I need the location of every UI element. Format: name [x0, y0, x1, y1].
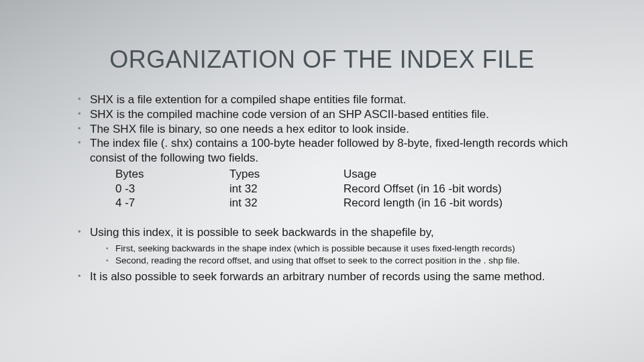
table-header-cell: Types: [229, 167, 343, 182]
list-item: It is also possible to seek forwards an …: [90, 269, 590, 284]
bullet-text: SHX is a file extention for a compiled s…: [90, 93, 407, 106]
table-header-row: Bytes Types Usage: [115, 167, 590, 182]
bullet-text: SHX is the compiled machine code version…: [90, 108, 489, 121]
table-cell: Record Offset (in 16 -bit words): [343, 182, 590, 196]
table-header-cell: Bytes: [115, 167, 229, 182]
spacer: [54, 210, 590, 225]
sub-bullet-text: First, seeking backwards in the shape in…: [115, 243, 515, 253]
field-table: Bytes Types Usage 0 -3 int 32 Record Off…: [115, 167, 590, 210]
slide-title: ORGANIZATION OF THE INDEX FILE: [54, 46, 590, 74]
table-cell: int 32: [229, 196, 343, 210]
bullet-list: SHX is a file extention for a compiled s…: [54, 93, 590, 210]
bullet-text: Using this index, it is possible to seek…: [90, 226, 434, 239]
bullet-text: The SHX file is binary, so one needs a h…: [90, 123, 409, 135]
table-row: 4 -7 int 32 Record length (in 16 -bit wo…: [115, 196, 590, 210]
list-item: The SHX file is binary, so one needs a h…: [90, 122, 590, 137]
sub-list-item: Second, reading the record offset, and u…: [115, 255, 590, 267]
list-item: Using this index, it is possible to seek…: [90, 225, 590, 267]
table-row: 0 -3 int 32 Record Offset (in 16 -bit wo…: [115, 182, 590, 196]
table-cell: 0 -3: [115, 182, 229, 196]
list-item: SHX is a file extention for a compiled s…: [90, 93, 590, 107]
table-cell: int 32: [229, 182, 343, 196]
table-header-cell: Usage: [343, 167, 590, 182]
list-item: The index file (. shx) contains a 100-by…: [90, 136, 590, 210]
slide: ORGANIZATION OF THE INDEX FILE SHX is a …: [0, 0, 644, 362]
sub-bullet-text: Second, reading the record offset, and u…: [115, 255, 520, 265]
bullet-text: The index file (. shx) contains a 100-by…: [90, 137, 568, 164]
bullet-list-2: Using this index, it is possible to seek…: [54, 225, 590, 284]
sub-list-item: First, seeking backwards in the shape in…: [115, 243, 590, 255]
bullet-text: It is also possible to seek forwards an …: [90, 270, 545, 283]
table-cell: Record length (in 16 -bit words): [343, 196, 590, 210]
sub-bullet-list: First, seeking backwards in the shape in…: [90, 243, 590, 267]
table-cell: 4 -7: [115, 196, 229, 210]
list-item: SHX is the compiled machine code version…: [90, 107, 590, 122]
